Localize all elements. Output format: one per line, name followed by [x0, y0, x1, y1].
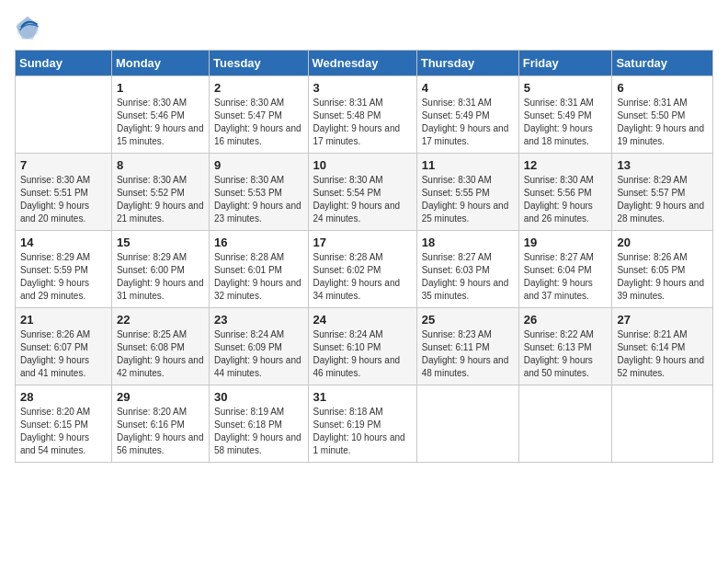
day-detail: Sunrise: 8:29 AMSunset: 5:59 PMDaylight:… [20, 251, 107, 303]
day-number: 3 [313, 81, 412, 95]
day-cell: 14Sunrise: 8:29 AMSunset: 5:59 PMDayligh… [16, 231, 112, 308]
day-cell: 25Sunrise: 8:23 AMSunset: 6:11 PMDayligh… [416, 308, 518, 385]
day-detail: Sunrise: 8:22 AMSunset: 6:13 PMDaylight:… [524, 328, 608, 380]
day-detail: Sunrise: 8:25 AMSunset: 6:08 PMDaylight:… [117, 328, 204, 380]
day-detail: Sunrise: 8:30 AMSunset: 5:53 PMDaylight:… [214, 174, 302, 225]
day-detail: Sunrise: 8:18 AMSunset: 6:19 PMDaylight:… [313, 406, 412, 457]
day-cell: 21Sunrise: 8:26 AMSunset: 6:07 PMDayligh… [16, 308, 112, 385]
day-number: 20 [617, 236, 708, 249]
day-number: 2 [214, 81, 302, 95]
day-cell: 30Sunrise: 8:19 AMSunset: 6:18 PMDayligh… [210, 385, 308, 463]
day-number: 5 [524, 81, 608, 95]
day-cell: 27Sunrise: 8:21 AMSunset: 6:14 PMDayligh… [612, 308, 713, 385]
day-detail: Sunrise: 8:24 AMSunset: 6:09 PMDaylight:… [214, 328, 302, 380]
day-cell: 18Sunrise: 8:27 AMSunset: 6:03 PMDayligh… [416, 231, 518, 308]
header-wednesday: Wednesday [308, 51, 416, 76]
day-detail: Sunrise: 8:30 AMSunset: 5:46 PMDaylight:… [117, 97, 204, 148]
day-number: 23 [214, 313, 302, 327]
week-row-4: 21Sunrise: 8:26 AMSunset: 6:07 PMDayligh… [16, 308, 713, 385]
day-number: 26 [524, 313, 608, 327]
day-number: 31 [313, 390, 412, 404]
day-cell: 7Sunrise: 8:30 AMSunset: 5:51 PMDaylight… [16, 154, 112, 231]
day-detail: Sunrise: 8:27 AMSunset: 6:03 PMDaylight:… [422, 251, 514, 303]
day-cell: 24Sunrise: 8:24 AMSunset: 6:10 PMDayligh… [308, 308, 416, 385]
page-header [15, 15, 713, 40]
day-detail: Sunrise: 8:30 AMSunset: 5:47 PMDaylight:… [214, 97, 302, 148]
day-cell: 1Sunrise: 8:30 AMSunset: 5:46 PMDaylight… [111, 76, 209, 154]
day-cell: 28Sunrise: 8:20 AMSunset: 6:15 PMDayligh… [16, 385, 112, 463]
day-cell: 15Sunrise: 8:29 AMSunset: 6:00 PMDayligh… [111, 231, 209, 308]
day-detail: Sunrise: 8:31 AMSunset: 5:48 PMDaylight:… [313, 97, 412, 148]
week-row-3: 14Sunrise: 8:29 AMSunset: 5:59 PMDayligh… [16, 231, 713, 308]
calendar-table: Sunday Monday Tuesday Wednesday Thursday… [15, 50, 713, 463]
day-number: 28 [20, 390, 107, 404]
logo-icon [15, 15, 40, 40]
day-cell: 31Sunrise: 8:18 AMSunset: 6:19 PMDayligh… [308, 385, 416, 463]
day-cell [416, 385, 518, 463]
calendar-header: Sunday Monday Tuesday Wednesday Thursday… [16, 51, 713, 76]
day-cell: 22Sunrise: 8:25 AMSunset: 6:08 PMDayligh… [111, 308, 209, 385]
day-number: 27 [617, 313, 708, 327]
day-detail: Sunrise: 8:28 AMSunset: 6:01 PMDaylight:… [214, 251, 302, 303]
svg-marker-1 [16, 16, 39, 39]
day-cell: 17Sunrise: 8:28 AMSunset: 6:02 PMDayligh… [308, 231, 416, 308]
logo [15, 15, 42, 40]
day-number: 19 [524, 236, 608, 249]
day-number: 12 [524, 158, 608, 172]
day-cell: 9Sunrise: 8:30 AMSunset: 5:53 PMDaylight… [210, 154, 308, 231]
header-saturday: Saturday [612, 51, 713, 76]
day-cell: 19Sunrise: 8:27 AMSunset: 6:04 PMDayligh… [518, 231, 612, 308]
day-detail: Sunrise: 8:30 AMSunset: 5:56 PMDaylight:… [524, 174, 608, 225]
header-tuesday: Tuesday [210, 51, 308, 76]
day-number: 14 [20, 236, 107, 249]
header-sunday: Sunday [16, 51, 112, 76]
day-number: 8 [117, 158, 204, 172]
day-detail: Sunrise: 8:24 AMSunset: 6:10 PMDaylight:… [313, 328, 412, 380]
header-thursday: Thursday [416, 51, 518, 76]
week-row-2: 7Sunrise: 8:30 AMSunset: 5:51 PMDaylight… [16, 154, 713, 231]
day-number: 1 [117, 81, 204, 95]
day-number: 4 [422, 81, 514, 95]
day-cell: 29Sunrise: 8:20 AMSunset: 6:16 PMDayligh… [111, 385, 209, 463]
week-row-1: 1Sunrise: 8:30 AMSunset: 5:46 PMDaylight… [16, 76, 713, 154]
day-number: 13 [617, 158, 708, 172]
day-cell: 2Sunrise: 8:30 AMSunset: 5:47 PMDaylight… [210, 76, 308, 154]
day-number: 21 [20, 313, 107, 327]
day-number: 18 [422, 236, 514, 249]
day-detail: Sunrise: 8:30 AMSunset: 5:54 PMDaylight:… [313, 174, 412, 225]
day-cell: 10Sunrise: 8:30 AMSunset: 5:54 PMDayligh… [308, 154, 416, 231]
day-detail: Sunrise: 8:26 AMSunset: 6:07 PMDaylight:… [20, 328, 107, 380]
header-row: Sunday Monday Tuesday Wednesday Thursday… [16, 51, 713, 76]
day-number: 22 [117, 313, 204, 327]
day-cell: 26Sunrise: 8:22 AMSunset: 6:13 PMDayligh… [518, 308, 612, 385]
day-detail: Sunrise: 8:28 AMSunset: 6:02 PMDaylight:… [313, 251, 412, 303]
day-number: 10 [313, 158, 412, 172]
day-cell: 12Sunrise: 8:30 AMSunset: 5:56 PMDayligh… [518, 154, 612, 231]
day-number: 16 [214, 236, 302, 249]
week-row-5: 28Sunrise: 8:20 AMSunset: 6:15 PMDayligh… [16, 385, 713, 463]
day-detail: Sunrise: 8:21 AMSunset: 6:14 PMDaylight:… [617, 328, 708, 380]
day-detail: Sunrise: 8:30 AMSunset: 5:55 PMDaylight:… [422, 174, 514, 225]
day-number: 15 [117, 236, 204, 249]
day-detail: Sunrise: 8:31 AMSunset: 5:49 PMDaylight:… [422, 97, 514, 148]
day-cell: 5Sunrise: 8:31 AMSunset: 5:49 PMDaylight… [518, 76, 612, 154]
day-cell [16, 76, 112, 154]
day-number: 30 [214, 390, 302, 404]
day-number: 17 [313, 236, 412, 249]
day-detail: Sunrise: 8:20 AMSunset: 6:15 PMDaylight:… [20, 406, 107, 457]
day-cell: 20Sunrise: 8:26 AMSunset: 6:05 PMDayligh… [612, 231, 713, 308]
day-detail: Sunrise: 8:20 AMSunset: 6:16 PMDaylight:… [117, 406, 204, 457]
day-detail: Sunrise: 8:19 AMSunset: 6:18 PMDaylight:… [214, 406, 302, 457]
day-number: 9 [214, 158, 302, 172]
day-detail: Sunrise: 8:29 AMSunset: 6:00 PMDaylight:… [117, 251, 204, 303]
day-cell: 11Sunrise: 8:30 AMSunset: 5:55 PMDayligh… [416, 154, 518, 231]
day-cell: 6Sunrise: 8:31 AMSunset: 5:50 PMDaylight… [612, 76, 713, 154]
day-detail: Sunrise: 8:31 AMSunset: 5:49 PMDaylight:… [524, 97, 608, 148]
day-number: 25 [422, 313, 514, 327]
day-detail: Sunrise: 8:30 AMSunset: 5:51 PMDaylight:… [20, 174, 107, 225]
day-cell: 16Sunrise: 8:28 AMSunset: 6:01 PMDayligh… [210, 231, 308, 308]
day-detail: Sunrise: 8:23 AMSunset: 6:11 PMDaylight:… [422, 328, 514, 380]
day-cell: 13Sunrise: 8:29 AMSunset: 5:57 PMDayligh… [612, 154, 713, 231]
day-detail: Sunrise: 8:26 AMSunset: 6:05 PMDaylight:… [617, 251, 708, 303]
day-number: 7 [20, 158, 107, 172]
